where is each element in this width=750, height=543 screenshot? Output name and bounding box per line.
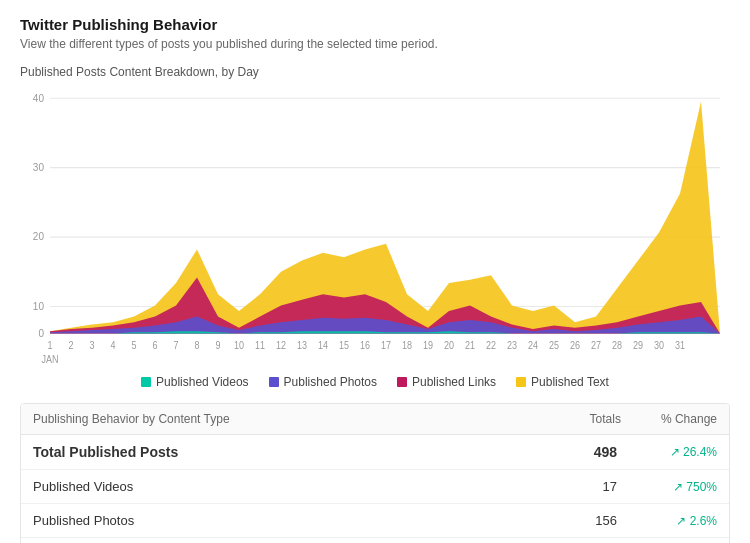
svg-text:13: 13: [297, 340, 307, 352]
svg-text:15: 15: [339, 340, 349, 352]
legend-photos-dot: [269, 377, 279, 387]
row-right-videos: 17 750%: [577, 479, 717, 494]
svg-text:22: 22: [486, 340, 496, 352]
legend-photos: Published Photos: [269, 375, 377, 389]
table-header: Publishing Behavior by Content Type Tota…: [21, 404, 729, 435]
row-change-photos: 2.6%: [657, 514, 717, 528]
legend-links-label: Published Links: [412, 375, 496, 389]
svg-text:20: 20: [444, 340, 454, 352]
svg-text:28: 28: [612, 340, 622, 352]
svg-text:10: 10: [33, 299, 44, 312]
svg-text:0: 0: [38, 326, 44, 339]
svg-text:26: 26: [570, 340, 580, 352]
svg-text:30: 30: [33, 160, 44, 173]
svg-text:23: 23: [507, 340, 517, 352]
legend-links: Published Links: [397, 375, 496, 389]
main-container: Twitter Publishing Behavior View the dif…: [0, 0, 750, 543]
svg-text:31: 31: [675, 340, 685, 352]
svg-text:JAN: JAN: [42, 353, 59, 365]
legend-text: Published Text: [516, 375, 609, 389]
svg-text:11: 11: [255, 340, 265, 352]
legend-links-dot: [397, 377, 407, 387]
svg-text:27: 27: [591, 340, 601, 352]
page-subtitle: View the different types of posts you pu…: [20, 37, 730, 51]
svg-text:18: 18: [402, 340, 412, 352]
page-title: Twitter Publishing Behavior: [20, 16, 730, 33]
svg-text:10: 10: [234, 340, 244, 352]
svg-text:4: 4: [110, 340, 116, 352]
svg-text:9: 9: [215, 340, 220, 352]
svg-text:3: 3: [89, 340, 94, 352]
legend-photos-label: Published Photos: [284, 375, 377, 389]
svg-text:8: 8: [194, 340, 199, 352]
svg-text:6: 6: [152, 340, 157, 352]
svg-text:30: 30: [654, 340, 664, 352]
table-row-links: Published Links 76 20.6%: [21, 538, 729, 543]
table-row-photos: Published Photos 156 2.6%: [21, 504, 729, 538]
row-right-photos: 156 2.6%: [577, 513, 717, 528]
row-total-total: 498: [577, 444, 617, 460]
svg-text:16: 16: [360, 340, 370, 352]
legend-text-label: Published Text: [531, 375, 609, 389]
row-right-total: 498 26.4%: [577, 444, 717, 460]
svg-text:2: 2: [68, 340, 73, 352]
svg-text:21: 21: [465, 340, 475, 352]
svg-text:17: 17: [381, 340, 391, 352]
svg-text:40: 40: [33, 91, 44, 104]
svg-text:14: 14: [318, 340, 329, 352]
table-header-change: % Change: [661, 412, 717, 426]
table-header-totals: Totals: [590, 412, 621, 426]
chart-legend: Published Videos Published Photos Publis…: [20, 375, 730, 389]
chart-area: 40 30 20 10 0 1 2 3 4 5 6 7 8 9 10 11: [20, 87, 730, 367]
table-row-videos: Published Videos 17 750%: [21, 470, 729, 504]
table-row-total: Total Published Posts 498 26.4%: [21, 435, 729, 470]
row-label-videos: Published Videos: [33, 479, 577, 494]
legend-text-dot: [516, 377, 526, 387]
svg-text:24: 24: [528, 340, 539, 352]
area-chart: 40 30 20 10 0 1 2 3 4 5 6 7 8 9 10 11: [20, 87, 730, 367]
svg-text:1: 1: [47, 340, 52, 352]
row-total-photos: 156: [577, 513, 617, 528]
svg-text:20: 20: [33, 230, 44, 243]
svg-text:25: 25: [549, 340, 559, 352]
table-header-cols: Totals % Change: [590, 412, 717, 426]
data-table: Publishing Behavior by Content Type Tota…: [20, 403, 730, 543]
legend-videos-dot: [141, 377, 151, 387]
row-label-photos: Published Photos: [33, 513, 577, 528]
legend-videos: Published Videos: [141, 375, 249, 389]
row-change-videos: 750%: [657, 480, 717, 494]
row-total-videos: 17: [577, 479, 617, 494]
row-change-total: 26.4%: [657, 445, 717, 459]
svg-text:5: 5: [131, 340, 136, 352]
chart-title: Published Posts Content Breakdown, by Da…: [20, 65, 730, 79]
svg-text:7: 7: [173, 340, 178, 352]
svg-text:19: 19: [423, 340, 433, 352]
legend-videos-label: Published Videos: [156, 375, 249, 389]
row-label-total: Total Published Posts: [33, 444, 577, 460]
svg-text:29: 29: [633, 340, 643, 352]
svg-text:12: 12: [276, 340, 286, 352]
table-header-label: Publishing Behavior by Content Type: [33, 412, 230, 426]
